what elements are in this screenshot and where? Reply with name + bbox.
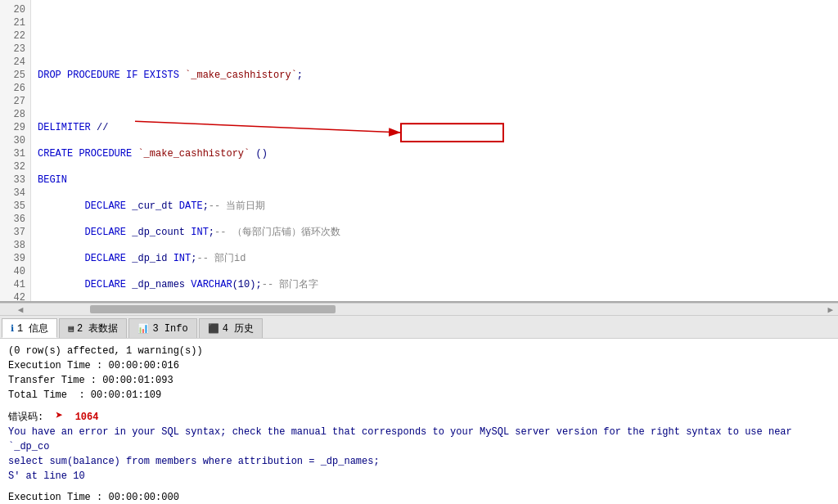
history-icon: ⬛ (208, 323, 219, 334)
output-exec-time2: Execution Time : 00:00:00:000 (8, 490, 830, 504)
tab-tabledata-label: 2 表数据 (77, 322, 118, 335)
output-area: (0 row(s) affected, 1 warning(s)) Execut… (0, 339, 838, 504)
output-total-time: Total Time : 00:00:01:109 (8, 388, 830, 403)
error-detail1: select sum(balance) from members where a… (8, 454, 830, 469)
error-detail2: S' at line 10 (8, 469, 830, 484)
info-icon: ℹ (11, 323, 14, 334)
code-text[interactable]: DROP PROCEDURE IF EXISTS `_make_cashhist… (31, 0, 838, 301)
table-icon: ▤ (68, 323, 74, 334)
tab-bar: ℹ 1 信息 ▤ 2 表数据 📊 3 Info ⬛ 4 历史 (0, 316, 838, 339)
output-transfer-time: Transfer Time : 00:00:01:093 (8, 373, 830, 388)
error-arrow-icon: ➤ (56, 409, 64, 424)
tab-info2-label: 3 Info (152, 323, 187, 335)
code-editor: 20 21 22 23 24 25 26 27 28 29 30 31 32 3… (0, 0, 838, 303)
tab-info[interactable]: ℹ 1 信息 (2, 318, 57, 338)
tab-tabledata[interactable]: ▤ 2 表数据 (59, 318, 127, 338)
chart-icon: 📊 (137, 323, 149, 334)
error-message: You have an error in your SQL syntax; ch… (8, 425, 830, 454)
tab-info2[interactable]: 📊 3 Info (128, 318, 196, 338)
scrollbar-thumb[interactable] (90, 305, 336, 313)
tab-info-label: 1 信息 (17, 322, 48, 335)
horizontal-scrollbar[interactable]: ◀ ▶ (0, 303, 838, 316)
output-line-affected: (0 row(s) affected, 1 warning(s)) (8, 344, 830, 358)
line-numbers: 20 21 22 23 24 25 26 27 28 29 30 31 32 3… (0, 0, 31, 301)
tab-history-label: 4 历史 (223, 322, 254, 335)
error-code: 1064 (75, 412, 99, 423)
tab-history[interactable]: ⬛ 4 历史 (199, 318, 263, 338)
output-exec-time: Execution Time : 00:00:00:016 (8, 358, 830, 373)
bottom-panel: ℹ 1 信息 ▤ 2 表数据 📊 3 Info ⬛ 4 历史 (0 row(s)… (0, 316, 838, 504)
error-label: 错误码: (8, 412, 43, 423)
error-line: 错误码: ➤ 1064 (8, 409, 830, 425)
